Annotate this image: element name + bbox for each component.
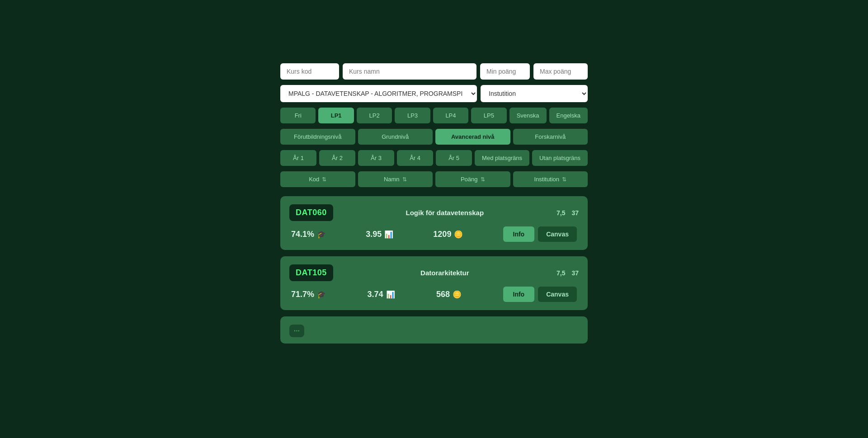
filter-engelska[interactable]: Engelska xyxy=(549,108,588,123)
stat-passrate-dat105: 71.7% 🎓 xyxy=(291,290,326,299)
sort-poang-icon: ⇅ xyxy=(481,176,485,183)
course-number-dat060: 37 xyxy=(571,209,579,217)
select-row: MPALG - DATAVETENSKAP - ALGORITMER, PROG… xyxy=(280,85,588,102)
sort-poang-button[interactable]: Poäng ⇅ xyxy=(435,171,510,187)
course-meta-dat105: 7,5 37 xyxy=(557,269,579,277)
filter-grundniva[interactable]: Grundnivå xyxy=(358,129,433,145)
main-container: MPALG - DATAVETENSKAP - ALGORITMER, PROG… xyxy=(280,63,588,438)
passrate-value-dat060: 74.1% xyxy=(291,230,314,239)
sort-institution-button[interactable]: Institution ⇅ xyxy=(513,171,588,187)
info-button-dat105[interactable]: Info xyxy=(503,287,535,302)
graduation-icon-dat105: 🎓 xyxy=(317,290,326,299)
graduation-icon-dat060: 🎓 xyxy=(317,230,326,239)
card-top-dat060: DAT060 Logik för datavetenskap 7,5 37 xyxy=(289,204,579,221)
search-row xyxy=(280,63,588,80)
action-buttons-dat105: Info Canvas xyxy=(503,287,577,302)
max-poang-input[interactable] xyxy=(533,63,588,80)
stat-grade-dat060: 3.95 📊 xyxy=(366,230,393,239)
filter-utan-platsgrns[interactable]: Utan platsgräns xyxy=(532,150,588,166)
filter-lp1[interactable]: LP1 xyxy=(318,108,354,123)
filter-med-platsgrns[interactable]: Med platsgräns xyxy=(475,150,529,166)
course-credits-dat105: 7,5 xyxy=(557,269,565,277)
partial-card-top: ··· xyxy=(289,325,579,337)
filter-ar5[interactable]: År 5 xyxy=(436,150,472,166)
kurs-kod-input[interactable] xyxy=(280,63,339,80)
grade-icon-dat105: 📊 xyxy=(386,290,395,299)
filter-row-lp: Fri LP1 LP2 LP3 LP4 LP5 Svenska Engelska xyxy=(280,108,588,123)
sort-kod-button[interactable]: Kod ⇅ xyxy=(280,171,355,187)
filter-ar1[interactable]: År 1 xyxy=(280,150,316,166)
course-name-dat060: Logik för datavetenskap xyxy=(340,209,549,217)
filter-ar2[interactable]: År 2 xyxy=(319,150,355,166)
grade-icon-dat060: 📊 xyxy=(384,230,393,239)
grade-value-dat060: 3.95 xyxy=(366,230,382,239)
filter-avancerad-niva[interactable]: Avancerad nivå xyxy=(435,129,510,145)
card-bottom-dat105: 71.7% 🎓 3.74 📊 568 🪙 Info Canvas xyxy=(289,287,579,302)
sort-namn-icon: ⇅ xyxy=(402,176,407,183)
sort-kod-label: Kod xyxy=(309,176,319,183)
stat-count-dat105: 568 🪙 xyxy=(436,290,462,299)
sort-kod-icon: ⇅ xyxy=(322,176,326,183)
sort-poang-label: Poäng xyxy=(461,176,478,183)
filter-lp3[interactable]: LP3 xyxy=(395,108,430,123)
card-top-dat105: DAT105 Datorarkitektur 7,5 37 xyxy=(289,264,579,281)
course-name-dat105: Datorarkitektur xyxy=(340,269,549,277)
action-buttons-dat060: Info Canvas xyxy=(503,226,577,242)
stat-grade-dat105: 3.74 📊 xyxy=(368,290,395,299)
course-code-dat105: DAT105 xyxy=(289,264,333,281)
sort-namn-label: Namn xyxy=(384,176,400,183)
info-button-dat060[interactable]: Info xyxy=(503,226,535,242)
course-card-partial: ··· xyxy=(280,316,588,344)
filter-svenska[interactable]: Svenska xyxy=(509,108,547,123)
course-card-dat105: DAT105 Datorarkitektur 7,5 37 71.7% 🎓 3.… xyxy=(280,256,588,310)
canvas-button-dat105[interactable]: Canvas xyxy=(538,287,577,302)
sort-institution-label: Institution xyxy=(534,176,559,183)
course-meta-dat060: 7,5 37 xyxy=(557,209,579,217)
filter-lp2[interactable]: LP2 xyxy=(357,108,392,123)
filter-fri[interactable]: Fri xyxy=(280,108,316,123)
passrate-value-dat105: 71.7% xyxy=(291,290,314,299)
sort-row: Kod ⇅ Namn ⇅ Poäng ⇅ Institution ⇅ xyxy=(280,171,588,187)
filter-row-level: Förutbildningsnivå Grundnivå Avancerad n… xyxy=(280,129,588,145)
course-card-dat060: DAT060 Logik för datavetenskap 7,5 37 74… xyxy=(280,196,588,250)
coin-icon-dat105: 🪙 xyxy=(453,290,462,299)
partial-course-code: ··· xyxy=(289,325,304,337)
kurs-namn-input[interactable] xyxy=(343,63,476,80)
grade-value-dat105: 3.74 xyxy=(368,290,383,299)
coin-icon-dat060: 🪙 xyxy=(454,230,463,239)
count-value-dat060: 1209 xyxy=(433,230,451,239)
course-credits-dat060: 7,5 xyxy=(557,209,565,217)
filter-row-year: År 1 År 2 År 3 År 4 År 5 Med platsgräns … xyxy=(280,150,588,166)
institution-select[interactable]: InstutitionCSEEEPhysics xyxy=(481,85,588,102)
filter-forutbildningsniva[interactable]: Förutbildningsnivå xyxy=(280,129,355,145)
course-code-dat060: DAT060 xyxy=(289,204,333,221)
filter-lp5[interactable]: LP5 xyxy=(471,108,506,123)
course-number-dat105: 37 xyxy=(571,269,579,277)
canvas-button-dat060[interactable]: Canvas xyxy=(538,226,577,242)
card-bottom-dat060: 74.1% 🎓 3.95 📊 1209 🪙 Info Canvas xyxy=(289,226,579,242)
sort-institution-icon: ⇅ xyxy=(562,176,566,183)
filter-ar3[interactable]: År 3 xyxy=(358,150,394,166)
min-poang-input[interactable] xyxy=(480,63,530,80)
program-select[interactable]: MPALG - DATAVETENSKAP - ALGORITMER, PROG… xyxy=(280,85,477,102)
stat-count-dat060: 1209 🪙 xyxy=(433,230,463,239)
filter-forskarniva[interactable]: Forskarnivå xyxy=(513,129,588,145)
sort-namn-button[interactable]: Namn ⇅ xyxy=(358,171,433,187)
filter-lp4[interactable]: LP4 xyxy=(433,108,468,123)
count-value-dat105: 568 xyxy=(436,290,450,299)
filter-ar4[interactable]: År 4 xyxy=(397,150,433,166)
stat-passrate-dat060: 74.1% 🎓 xyxy=(291,230,326,239)
courses-list: DAT060 Logik för datavetenskap 7,5 37 74… xyxy=(280,196,588,344)
